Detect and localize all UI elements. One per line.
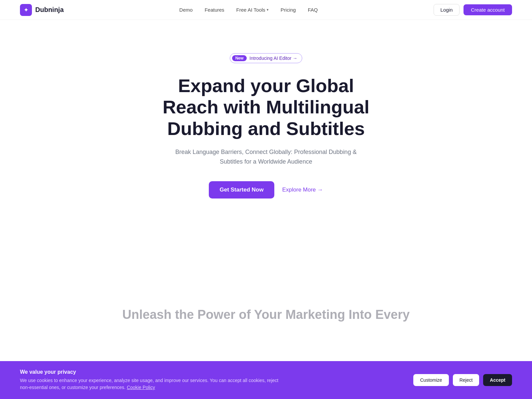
nav-free-ai-tools[interactable]: Free AI Tools ▾	[236, 7, 269, 13]
hero-section: New Introducing AI Editor → Expand your …	[0, 20, 532, 218]
nav-actions: Login Create account	[434, 4, 512, 16]
hero-actions: Get Started Now Explore More →	[209, 181, 323, 199]
cookie-actions: Customize Reject Accept	[413, 374, 512, 386]
badge-new-label: New	[232, 55, 247, 61]
nav-faq[interactable]: FAQ	[308, 7, 318, 13]
badge-text: Introducing AI Editor →	[249, 56, 297, 61]
chevron-down-icon: ▾	[267, 8, 269, 12]
explore-more-button[interactable]: Explore More →	[282, 187, 323, 193]
logo-link[interactable]: ✦ Dubninja	[20, 4, 64, 16]
customize-button[interactable]: Customize	[413, 374, 449, 386]
cookie-policy-link[interactable]: Cookie Policy	[127, 385, 155, 390]
hero-subtitle: Break Language Barriers, Connect Globall…	[173, 147, 359, 167]
nav-features[interactable]: Features	[204, 7, 224, 13]
cookie-text-block: We value your privacy We use cookies to …	[20, 369, 279, 391]
nav-pricing[interactable]: Pricing	[281, 7, 296, 13]
announcement-badge[interactable]: New Introducing AI Editor →	[230, 53, 303, 63]
reject-button[interactable]: Reject	[453, 374, 479, 386]
cookie-body: We use cookies to enhance your experienc…	[20, 377, 279, 391]
cookie-title: We value your privacy	[20, 369, 279, 375]
bottom-teaser-text: Unleash the Power of Your Marketing Into…	[0, 308, 532, 328]
logo-name: Dubninja	[35, 6, 64, 14]
get-started-button[interactable]: Get Started Now	[209, 181, 274, 199]
nav-links: Demo Features Free AI Tools ▾ Pricing FA…	[179, 7, 318, 13]
create-account-button[interactable]: Create account	[464, 4, 512, 15]
navbar: ✦ Dubninja Demo Features Free AI Tools ▾…	[0, 0, 532, 20]
accept-button[interactable]: Accept	[483, 374, 512, 386]
nav-demo[interactable]: Demo	[179, 7, 193, 13]
cookie-banner: We value your privacy We use cookies to …	[0, 361, 532, 399]
logo-icon: ✦	[20, 4, 32, 16]
login-button[interactable]: Login	[434, 4, 460, 16]
hero-title: Expand your Global Reach with Multilingu…	[150, 75, 382, 139]
